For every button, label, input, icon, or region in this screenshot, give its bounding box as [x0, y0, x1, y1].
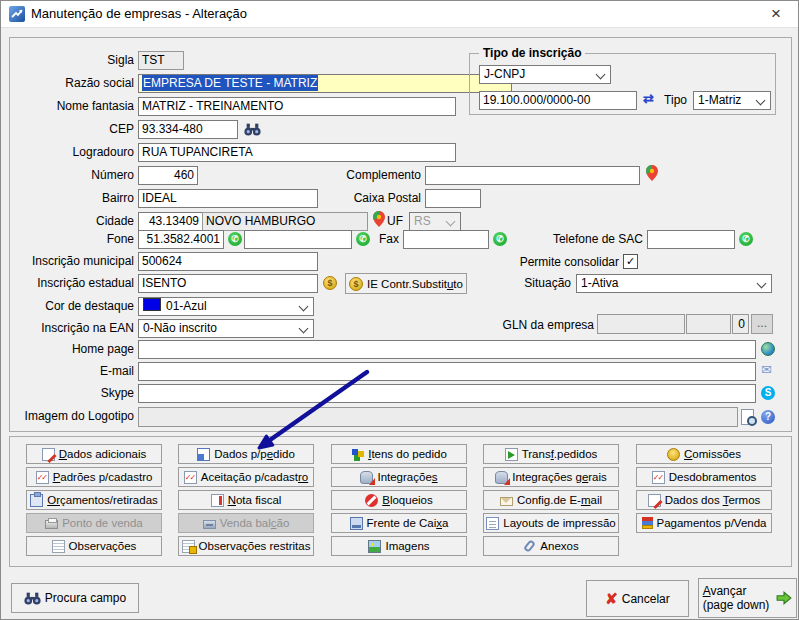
uf-label: UF: [373, 212, 403, 231]
envelope-icon: [500, 497, 513, 506]
grid-button-pagamentos-p-venda[interactable]: Pagamentos p/Venda: [636, 513, 772, 533]
button-label: Integrações: [377, 471, 437, 483]
fone-field[interactable]: 51.3582.4001: [138, 230, 224, 249]
button-label: Bloqueios: [382, 494, 433, 506]
caixa-postal-field[interactable]: [425, 189, 481, 208]
permite-consolidar-checkbox[interactable]: ✓: [623, 254, 638, 269]
grid-button-padroes-p-cadastro[interactable]: Padrões p/cadastro: [26, 467, 162, 487]
inscricao-municipal-field[interactable]: 500624: [138, 252, 318, 271]
fax-field[interactable]: [403, 230, 489, 249]
grid-button-transf-pedidos[interactable]: Transf.pedidos: [483, 444, 619, 464]
grid-button-comissoes[interactable]: Comissões: [636, 444, 772, 464]
button-label: Observações restritas: [199, 540, 311, 552]
grid-button-anexos[interactable]: Anexos: [483, 536, 619, 556]
numero-label: Número: [9, 166, 134, 185]
preview-magnifier-icon[interactable]: [741, 409, 754, 425]
tipo-documento-combo[interactable]: J-CNPJ: [479, 65, 611, 84]
help-icon[interactable]: ?: [761, 410, 775, 424]
button-label: Layouts de impressão: [503, 517, 616, 529]
grid-button-imagens[interactable]: Imagens: [331, 536, 467, 556]
skype-icon[interactable]: S: [761, 386, 775, 400]
email-label: E-mail: [9, 362, 134, 381]
grid-button-dados-adicionais[interactable]: Dados adicionais: [26, 444, 162, 464]
window-title: Manutenção de empresas - Alteração: [31, 6, 247, 21]
button-label: Ponto de venda: [62, 517, 143, 529]
ie-contr-substituto-button[interactable]: $ IE Contr.Substituto: [345, 273, 467, 294]
grid-button-config-email[interactable]: Config.de E-mail: [483, 490, 619, 510]
checklist-icon: [184, 471, 197, 484]
app-icon: [9, 6, 25, 22]
razao-social-field[interactable]: EMPRESA DE TESTE - MATRIZ: [138, 74, 512, 93]
grid-button-frente-de-caixa[interactable]: Frente de Caixa: [331, 513, 467, 533]
sintegra-coin-icon[interactable]: $: [323, 276, 337, 290]
grid-button-integracoes-gerais[interactable]: Integrações gerais: [483, 467, 619, 487]
inscricao-ean-combo[interactable]: 0-Não inscrito: [138, 319, 314, 338]
whatsapp-icon[interactable]: ✆: [739, 232, 753, 246]
map-pin-icon[interactable]: [646, 165, 658, 181]
grid-button-orcamentos-retiradas[interactable]: Orçamentos/retiradas: [26, 490, 162, 510]
gln-browse-button[interactable]: ...: [751, 314, 773, 334]
grid-button-integracoes[interactable]: Integrações: [331, 467, 467, 487]
grid-button-observacoes[interactable]: Observações: [26, 536, 162, 556]
fone2-field[interactable]: [244, 230, 352, 249]
grid-button-dados-termos[interactable]: Dados dos Termos: [636, 490, 772, 510]
inscricao-estadual-field[interactable]: ISENTO: [138, 274, 318, 293]
cash-drawer-icon: [203, 520, 216, 529]
globe-icon[interactable]: [761, 342, 775, 356]
grid-button-bloqueios[interactable]: Bloqueios: [331, 490, 467, 510]
sigla-field[interactable]: TST: [138, 51, 184, 70]
grid-button-ponto-de-venda: Ponto de venda: [26, 513, 162, 533]
permite-consolidar-label: Permite consolidar: [499, 253, 619, 272]
fax-label: Fax: [353, 230, 399, 249]
home-page-field[interactable]: [138, 340, 756, 359]
nome-fantasia-label: Nome fantasia: [9, 97, 134, 116]
procura-campo-button[interactable]: Procura campo: [11, 583, 139, 613]
grid-button-venda-balcao: Venda balcão: [178, 513, 314, 533]
notepad-pen-icon: [42, 448, 55, 461]
grid-button-dados-p-pedido[interactable]: Dados p/pedido: [178, 444, 314, 464]
cor-destaque-label: Cor de destaque: [9, 297, 134, 316]
cep-search-binoculars-icon[interactable]: [244, 123, 261, 136]
cancelar-button[interactable]: ✘ Cancelar: [586, 580, 689, 617]
cnpj-field[interactable]: 19.100.000/0000-00: [479, 91, 637, 110]
button-label: Dados adicionais: [59, 448, 147, 460]
razao-social-label: Razão social: [9, 74, 134, 93]
checklist-icon: [36, 471, 49, 484]
logotipo-field[interactable]: [138, 407, 738, 427]
image-icon: [368, 540, 381, 553]
cidade-codigo-field[interactable]: 43.13409: [138, 212, 203, 231]
nome-fantasia-field[interactable]: MATRIZ - TREINAMENTO: [138, 97, 456, 116]
logradouro-label: Logradouro: [9, 143, 134, 162]
grid-button-aceitacao-p-cadastro[interactable]: Aceitação p/cadastro: [178, 467, 314, 487]
grid-button-observacoes-restritas[interactable]: Observações restritas: [178, 536, 314, 556]
whatsapp-icon[interactable]: ✆: [228, 232, 242, 246]
clipboard-icon: [30, 494, 43, 507]
envelope-icon[interactable]: ✉: [761, 363, 772, 377]
whatsapp-icon[interactable]: ✆: [493, 232, 507, 246]
logradouro-field[interactable]: RUA TUPANCIRETA: [138, 143, 456, 162]
grid-button-itens-do-pedido[interactable]: Itens do pedido: [331, 444, 467, 464]
printer-icon: [45, 520, 58, 529]
avancar-button[interactable]: Avançar (page down): [698, 578, 797, 618]
receita-federal-icon[interactable]: ⇄: [643, 91, 654, 107]
bairro-field[interactable]: IDEAL: [138, 189, 318, 208]
money-bag-icon: [667, 448, 680, 461]
cor-destaque-combo[interactable]: 01-Azul: [138, 297, 314, 316]
grid-button-layouts-impressao[interactable]: Layouts de impressão: [483, 513, 619, 533]
tipo-matriz-combo[interactable]: 1-Matriz: [693, 91, 771, 110]
inscricao-municipal-label: Inscrição municipal: [9, 252, 134, 271]
button-label: Config.de E-mail: [517, 494, 602, 506]
document-icon: [197, 448, 210, 461]
email-field[interactable]: [138, 362, 756, 381]
skype-field[interactable]: [138, 384, 756, 403]
complemento-field[interactable]: [425, 166, 640, 185]
numero-field[interactable]: 460: [138, 166, 198, 185]
notepad-lock-icon: [182, 540, 195, 553]
close-icon[interactable]: ×: [764, 3, 788, 25]
telefone-sac-field[interactable]: [647, 230, 735, 249]
grid-button-desdobramentos[interactable]: Desdobramentos: [636, 467, 772, 487]
button-label: Imagens: [385, 540, 429, 552]
cep-field[interactable]: 93.334-480: [138, 120, 238, 139]
situacao-combo[interactable]: 1-Ativa: [576, 274, 772, 293]
grid-button-nota-fiscal[interactable]: Nota fiscal: [178, 490, 314, 510]
